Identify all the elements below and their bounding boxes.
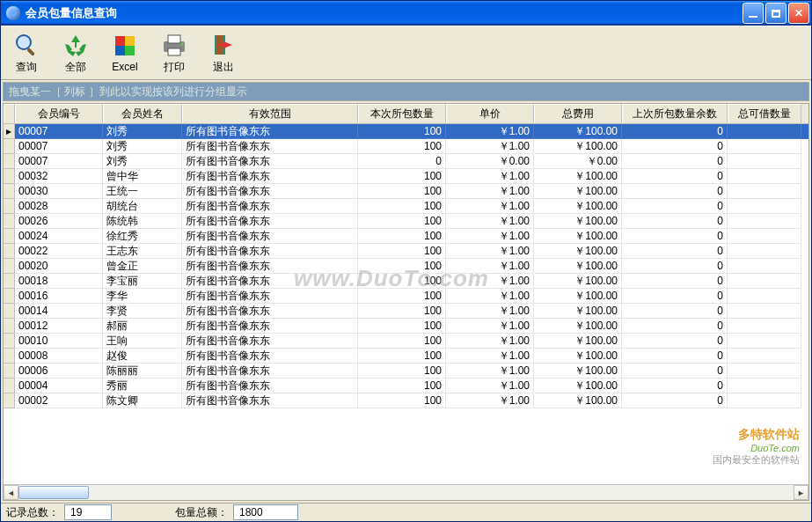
exit-button[interactable]: 退出 [203, 31, 244, 75]
col-price[interactable]: 单价 [446, 104, 534, 123]
cell-prev: 0 [622, 393, 728, 408]
cell-total: ￥0.00 [534, 154, 622, 169]
table-row[interactable]: 00008赵俊所有图书音像东东100￥1.00￥100.000 [4, 349, 808, 364]
table-row[interactable]: 00026陈统韩所有图书音像东东100￥1.00￥100.000 [4, 214, 808, 229]
table-row[interactable]: 00016李华所有图书音像东东100￥1.00￥100.000 [4, 289, 808, 304]
cell-max [728, 154, 801, 169]
table-row[interactable]: 00006陈丽丽所有图书音像东东100￥1.00￥100.000 [4, 364, 808, 379]
table-row[interactable]: 00024徐红秀所有图书音像东东100￥1.00￥100.000 [4, 229, 808, 244]
cell-qty: 100 [358, 229, 446, 244]
table-row[interactable]: 00004秀丽所有图书音像东东100￥1.00￥100.000 [4, 379, 808, 393]
cell-total: ￥100.00 [534, 214, 622, 229]
table-row[interactable]: 00010王响所有图书音像东东100￥1.00￥100.000 [4, 334, 808, 349]
row-indicator [4, 154, 15, 169]
table-row[interactable]: 00007刘秀所有图书音像东东0￥0.00￥0.000 [4, 154, 808, 169]
group-by-bar[interactable]: 拖曳某一［ 列标 ］到此以实现按该列进行分组显示 [3, 82, 809, 101]
cell-member-id: 00007 [15, 154, 103, 169]
all-button[interactable]: 全部 [55, 31, 96, 75]
data-grid: 会员编号 会员姓名 有效范围 本次所包数量 单价 总费用 上次所包数量余数 总可… [3, 103, 809, 501]
cell-price: ￥1.00 [446, 274, 534, 289]
cell-price: ￥1.00 [446, 304, 534, 319]
cell-scope: 所有图书音像东东 [182, 169, 358, 184]
cell-member-name: 刘秀 [103, 124, 182, 139]
cell-max [728, 259, 801, 274]
col-prev-remain[interactable]: 上次所包数量余数 [622, 104, 728, 123]
cell-max [728, 124, 801, 139]
cell-total: ￥100.00 [534, 229, 622, 244]
col-qty[interactable]: 本次所包数量 [358, 104, 446, 123]
cell-member-id: 00030 [15, 184, 103, 199]
scroll-right-button[interactable]: ► [794, 485, 808, 500]
cell-qty: 100 [358, 184, 446, 199]
col-member-name[interactable]: 会员姓名 [103, 104, 182, 123]
horizontal-scrollbar[interactable]: ◄ ► [4, 484, 808, 500]
cell-scope: 所有图书音像东东 [182, 304, 358, 319]
table-row[interactable]: 00022王志东所有图书音像东东100￥1.00￥100.000 [4, 244, 808, 259]
table-row[interactable]: 00018李宝丽所有图书音像东东100￥1.00￥100.000 [4, 274, 808, 289]
scroll-thumb[interactable] [18, 486, 89, 499]
print-label: 打印 [164, 60, 185, 75]
cell-total: ￥100.00 [534, 349, 622, 364]
row-indicator [4, 319, 15, 334]
row-indicator [4, 379, 15, 393]
maximize-button[interactable] [765, 3, 786, 24]
table-row[interactable]: 00012郝丽所有图书音像东东100￥1.00￥100.000 [4, 319, 808, 334]
cell-qty: 100 [358, 169, 446, 184]
exit-label: 退出 [213, 60, 234, 75]
table-row[interactable]: 00014李贤所有图书音像东东100￥1.00￥100.000 [4, 304, 808, 319]
col-max-borrow[interactable]: 总可借数量 [728, 104, 801, 123]
cell-price: ￥1.00 [446, 289, 534, 304]
grid-body[interactable]: www.DuoTo.com 多特软件站 DuoTe.com 国内最安全的软件站 … [4, 124, 808, 484]
cell-member-id: 00010 [15, 334, 103, 349]
cell-max [728, 289, 801, 304]
cell-prev: 0 [622, 124, 728, 139]
cell-max [728, 319, 801, 334]
table-row[interactable]: 00028胡统台所有图书音像东东100￥1.00￥100.000 [4, 199, 808, 214]
col-member-id[interactable]: 会员编号 [15, 104, 103, 123]
print-button[interactable]: 打印 [154, 31, 194, 75]
minimize-button[interactable] [743, 3, 764, 24]
cell-total: ￥100.00 [534, 139, 622, 154]
cell-total: ￥100.00 [534, 244, 622, 259]
toolbar: 查询 全部 Excel 打印 退出 [1, 26, 811, 80]
scroll-track[interactable] [18, 485, 794, 500]
row-indicator-header[interactable] [4, 104, 15, 123]
cell-scope: 所有图书音像东东 [182, 379, 358, 393]
cell-total: ￥100.00 [534, 259, 622, 274]
table-row[interactable]: 00032曾中华所有图书音像东东100￥1.00￥100.000 [4, 169, 808, 184]
cell-qty: 0 [358, 154, 446, 169]
cell-scope: 所有图书音像东东 [182, 334, 358, 349]
cell-prev: 0 [622, 259, 728, 274]
search-button[interactable]: 查询 [6, 31, 47, 75]
cell-total: ￥100.00 [534, 199, 622, 214]
scroll-left-button[interactable]: ◄ [4, 485, 18, 500]
close-button[interactable] [788, 3, 809, 24]
col-total[interactable]: 总费用 [534, 104, 622, 123]
cell-scope: 所有图书音像东东 [182, 244, 358, 259]
cell-qty: 100 [358, 244, 446, 259]
cell-qty: 100 [358, 349, 446, 364]
cell-member-id: 00020 [15, 259, 103, 274]
search-icon [13, 32, 40, 58]
cell-qty: 100 [358, 139, 446, 154]
table-row[interactable]: 00002陈文卿所有图书音像东东100￥1.00￥100.000 [4, 393, 808, 408]
cell-scope: 所有图书音像东东 [182, 274, 358, 289]
cell-member-id: 00014 [15, 304, 103, 319]
duote-domain: DuoTe.com [713, 443, 800, 453]
cell-price: ￥1.00 [446, 139, 534, 154]
cell-member-name: 陈文卿 [103, 393, 182, 408]
table-row[interactable]: 00007刘秀所有图书音像东东100￥1.00￥100.000 [4, 139, 808, 154]
svg-point-0 [17, 35, 31, 49]
titlebar[interactable]: 会员包量信息查询 [1, 1, 811, 26]
cell-max [728, 229, 801, 244]
cell-member-id: 00002 [15, 393, 103, 408]
cell-max [728, 244, 801, 259]
col-scope[interactable]: 有效范围 [182, 104, 358, 123]
table-row[interactable]: 00020曾金正所有图书音像东东100￥1.00￥100.000 [4, 259, 808, 274]
excel-button[interactable]: Excel [105, 31, 145, 75]
table-row[interactable]: 00030王统一所有图书音像东东100￥1.00￥100.000 [4, 184, 808, 199]
cell-qty: 100 [358, 334, 446, 349]
cell-qty: 100 [358, 289, 446, 304]
cell-member-id: 00012 [15, 319, 103, 334]
table-row[interactable]: ▸00007刘秀所有图书音像东东100￥1.00￥100.000 [4, 124, 808, 139]
